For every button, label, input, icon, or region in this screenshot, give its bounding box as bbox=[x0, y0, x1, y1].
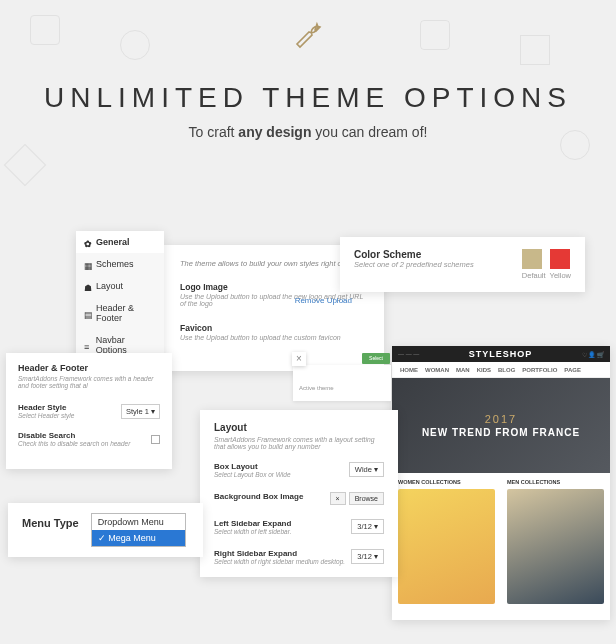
bg-clear-button[interactable]: × bbox=[330, 492, 346, 505]
subtitle-post: you can dream of! bbox=[311, 124, 427, 140]
remove-upload-link[interactable]: Remove Upload bbox=[295, 296, 352, 305]
style-hint: Select Header style bbox=[18, 412, 74, 419]
grid-icon: ▦ bbox=[84, 261, 91, 268]
sidebar-item-schemes[interactable]: ▦Schemes bbox=[76, 253, 164, 275]
menutype-label: Menu Type bbox=[22, 513, 79, 529]
swatch-box-yellow bbox=[550, 249, 570, 269]
header-footer-panel: Header & Footer SmartAddons Framework co… bbox=[6, 353, 172, 469]
swatch-name: Yellow bbox=[550, 271, 571, 280]
sidebar-label: General bbox=[96, 237, 130, 247]
bg-browse-button[interactable]: Browse bbox=[349, 492, 384, 505]
disable-label: Disable Search bbox=[18, 431, 130, 440]
layout-icon: ▤ bbox=[84, 310, 91, 317]
theme-preview: — — — STYLESHOP ♡ 👤 🛒 HOME WOMAN MAN KID… bbox=[392, 346, 610, 620]
nav-portfolio[interactable]: PORTFOLIO bbox=[522, 367, 557, 373]
close-icon[interactable]: × bbox=[292, 352, 306, 366]
menu-icon: ≡ bbox=[84, 342, 91, 349]
right-sidebar-row: Right Sidebar ExpandSelect width of righ… bbox=[214, 549, 384, 565]
layout-hint: SmartAddons Framework comes with a layou… bbox=[214, 436, 384, 450]
col-image-women bbox=[398, 489, 495, 604]
preview-columns: WOMEN COLLECTIONS MEN COLLECTIONS bbox=[392, 473, 610, 620]
left-sidebar-row: Left Sidebar ExpandSelect width of left … bbox=[214, 519, 384, 535]
style-label: Header Style bbox=[18, 403, 74, 412]
menutype-dropdown[interactable]: Dropdown Menu Mega Menu bbox=[91, 513, 186, 547]
bg-label: Background Box Image bbox=[214, 492, 303, 501]
colorscheme-hint: Select one of 2 predefined schemes bbox=[354, 260, 522, 269]
left-hint: Select width of left sidebar. bbox=[214, 528, 291, 535]
nav-woman[interactable]: WOMAN bbox=[425, 367, 449, 373]
nav-page[interactable]: PAGE bbox=[564, 367, 581, 373]
sidebar-item-general[interactable]: ✿General bbox=[76, 231, 164, 253]
sidebar-label: Header & Footer bbox=[96, 303, 156, 323]
colorscheme-label: Color Scheme bbox=[354, 249, 522, 260]
col-title-men: MEN COLLECTIONS bbox=[507, 479, 604, 485]
box-hint: Select Layout Box or Wide bbox=[214, 471, 291, 478]
col-title-women: WOMEN COLLECTIONS bbox=[398, 479, 495, 485]
nav-man[interactable]: MAN bbox=[456, 367, 470, 373]
sidebar-label: Schemes bbox=[96, 259, 134, 269]
layout-panel: Layout SmartAddons Framework comes with … bbox=[200, 410, 398, 577]
disable-hint: Check this to disable search on header bbox=[18, 440, 130, 447]
sidebar-item-layout[interactable]: ☗Layout bbox=[76, 275, 164, 297]
preview-topbar: — — — STYLESHOP ♡ 👤 🛒 bbox=[392, 346, 610, 362]
wrench-icon bbox=[289, 18, 327, 70]
swatch-name: Default bbox=[522, 271, 546, 280]
speech-icon: ☗ bbox=[84, 283, 91, 290]
header-style-select[interactable]: Style 1 ▾ bbox=[121, 404, 160, 419]
hf-hint: SmartAddons Framework comes with a heade… bbox=[18, 375, 160, 389]
preview-col-women: WOMEN COLLECTIONS bbox=[392, 473, 501, 620]
disable-search-field: Disable Search Check this to disable sea… bbox=[18, 431, 160, 447]
favicon-label: Favicon bbox=[180, 323, 368, 333]
right-sidebar-select[interactable]: 3/12 ▾ bbox=[351, 549, 384, 564]
subtitle-pre: To craft bbox=[189, 124, 239, 140]
preview-year: 2017 bbox=[485, 413, 517, 425]
swatch-yellow[interactable]: Yellow bbox=[550, 249, 571, 280]
favicon-row: Favicon Use the Upload button to upload … bbox=[180, 323, 368, 341]
page-title: UNLIMITED THEME OPTIONS bbox=[0, 82, 616, 114]
nav-kids[interactable]: KIDS bbox=[477, 367, 491, 373]
nav-home[interactable]: HOME bbox=[400, 367, 418, 373]
swatch-box-default bbox=[522, 249, 542, 269]
left-sidebar-select[interactable]: 3/12 ▾ bbox=[351, 519, 384, 534]
topbar-left: — — — bbox=[398, 351, 419, 357]
sidebar-label: Layout bbox=[96, 281, 123, 291]
swatch-default[interactable]: Default bbox=[522, 249, 546, 280]
left-label: Left Sidebar Expand bbox=[214, 519, 291, 528]
menutype-option-dropdown[interactable]: Dropdown Menu bbox=[92, 514, 185, 530]
preview-slogan: NEW TREND FROM FRANCE bbox=[422, 427, 580, 438]
preview-col-men: MEN COLLECTIONS bbox=[501, 473, 610, 620]
right-label: Right Sidebar Expand bbox=[214, 549, 345, 558]
hero-section: UNLIMITED THEME OPTIONS To craft any des… bbox=[0, 0, 616, 140]
nav-blog[interactable]: BLOG bbox=[498, 367, 515, 373]
header-style-field: Header Style Select Header style Style 1… bbox=[18, 403, 160, 419]
menutype-option-mega[interactable]: Mega Menu bbox=[92, 530, 185, 546]
disable-search-checkbox[interactable] bbox=[151, 435, 160, 444]
favicon-hint: Use the Upload button to upload the cust… bbox=[180, 334, 368, 341]
bg-image-row: Background Box Image × Browse bbox=[214, 492, 384, 505]
sidebar-item-header-footer[interactable]: ▤Header & Footer bbox=[76, 297, 164, 329]
preview-logo: STYLESHOP bbox=[469, 349, 533, 359]
active-theme-label: Active theme bbox=[293, 365, 391, 401]
preview-hero: 2017 NEW TREND FROM FRANCE bbox=[392, 378, 610, 473]
preview-nav: HOME WOMAN MAN KIDS BLOG PORTFOLIO PAGE bbox=[392, 362, 610, 378]
box-layout-select[interactable]: Wide ▾ bbox=[349, 462, 384, 477]
col-image-men bbox=[507, 489, 604, 604]
menu-type-panel: Menu Type Dropdown Menu Mega Menu bbox=[8, 503, 203, 557]
subtitle-bold: any design bbox=[238, 124, 311, 140]
right-hint: Select width of right sidebar medium des… bbox=[214, 558, 345, 565]
sidebar-label: Navbar Options bbox=[96, 335, 156, 355]
page-subtitle: To craft any design you can dream of! bbox=[0, 124, 616, 140]
box-layout-row: Box LayoutSelect Layout Box or Wide Wide… bbox=[214, 462, 384, 478]
box-label: Box Layout bbox=[214, 462, 291, 471]
gear-icon: ✿ bbox=[84, 239, 91, 246]
options-sidebar: ✿General ▦Schemes ☗Layout ▤Header & Foot… bbox=[76, 231, 164, 361]
select-button[interactable]: Select bbox=[362, 353, 390, 364]
swatch-group: Default Yellow bbox=[522, 249, 571, 280]
topbar-right: ♡ 👤 🛒 bbox=[582, 351, 604, 358]
hf-title: Header & Footer bbox=[18, 363, 160, 373]
color-scheme-panel: Color Scheme Select one of 2 predefined … bbox=[340, 237, 585, 292]
layout-title: Layout bbox=[214, 422, 384, 433]
